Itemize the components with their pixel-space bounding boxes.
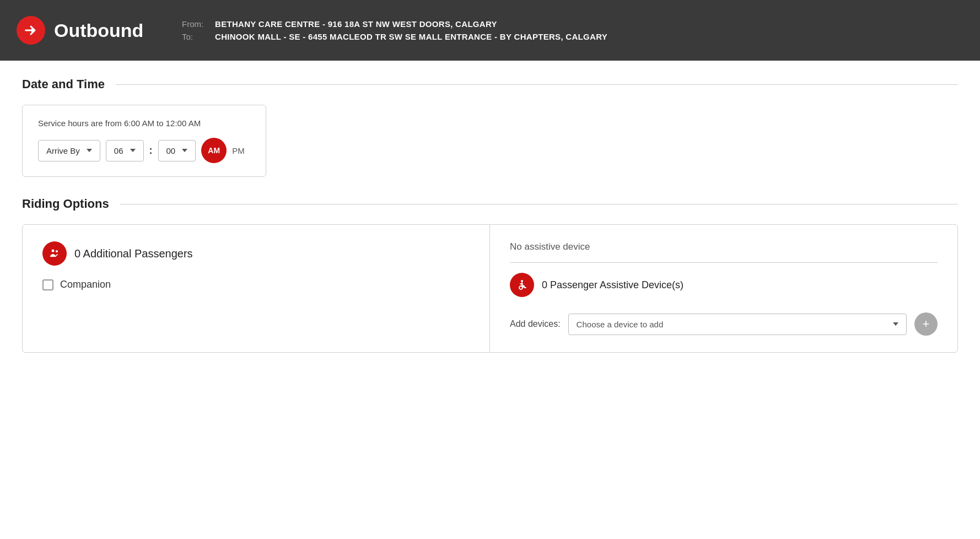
date-time-title: Date and Time bbox=[22, 77, 105, 91]
svg-point-0 bbox=[52, 250, 55, 252]
header-left: Outbound bbox=[17, 16, 160, 45]
assistive-device-icon bbox=[510, 273, 534, 297]
add-devices-row: Add devices: Choose a device to add + bbox=[510, 312, 938, 336]
am-pm-toggle: AM PM bbox=[201, 138, 250, 163]
device-placeholder: Choose a device to add bbox=[577, 320, 664, 329]
outbound-icon bbox=[17, 16, 45, 45]
to-label: To: bbox=[182, 32, 209, 41]
passengers-icon bbox=[42, 241, 67, 266]
to-value: CHINOOK MALL - SE - 6455 MACLEOD TR SW S… bbox=[215, 32, 607, 41]
to-route: To: CHINOOK MALL - SE - 6455 MACLEOD TR … bbox=[182, 32, 607, 41]
time-controls: Arrive By 06 : 00 AM PM bbox=[38, 138, 250, 163]
minute-chevron bbox=[182, 149, 187, 152]
riding-options-title: Riding Options bbox=[22, 197, 109, 211]
svg-point-1 bbox=[56, 250, 58, 252]
passengers-count-text: 0 Additional Passengers bbox=[74, 247, 193, 260]
date-time-divider bbox=[116, 84, 958, 85]
time-colon: : bbox=[149, 145, 153, 157]
from-label: From: bbox=[182, 19, 209, 29]
service-hours-text: Service hours are from 6:00 AM to 12:00 … bbox=[38, 118, 250, 128]
minute-value: 00 bbox=[166, 146, 176, 155]
from-route: From: BETHANY CARE CENTRE - 916 18A ST N… bbox=[182, 19, 607, 29]
main-content: Date and Time Service hours are from 6:0… bbox=[0, 61, 980, 539]
hour-value: 06 bbox=[114, 146, 123, 155]
pm-button[interactable]: PM bbox=[227, 146, 250, 155]
header: Outbound From: BETHANY CARE CENTRE - 916… bbox=[0, 0, 980, 61]
add-device-button[interactable]: + bbox=[914, 312, 938, 336]
arrive-by-chevron bbox=[87, 149, 92, 152]
from-value: BETHANY CARE CENTRE - 916 18A ST NW WEST… bbox=[215, 19, 497, 29]
arrive-by-label: Arrive By bbox=[46, 146, 80, 155]
outbound-title: Outbound bbox=[54, 20, 143, 41]
hour-select[interactable]: 06 bbox=[106, 140, 144, 161]
riding-right-panel: No assistive device 0 Passenger Assistiv… bbox=[490, 225, 957, 352]
header-routes: From: BETHANY CARE CENTRE - 916 18A ST N… bbox=[182, 19, 607, 41]
companion-row[interactable]: Companion bbox=[42, 279, 470, 290]
riding-options-divider bbox=[120, 204, 958, 204]
svg-point-2 bbox=[521, 280, 523, 282]
no-device-text: No assistive device bbox=[510, 241, 938, 263]
companion-checkbox[interactable] bbox=[42, 279, 53, 290]
assistive-devices-count: 0 Passenger Assistive Device(s) bbox=[542, 279, 683, 291]
svg-point-3 bbox=[519, 286, 523, 289]
device-dropdown[interactable]: Choose a device to add bbox=[568, 314, 907, 335]
date-time-section-header: Date and Time bbox=[22, 77, 958, 91]
device-chevron bbox=[893, 322, 898, 326]
riding-options-grid: 0 Additional Passengers Companion No ass… bbox=[22, 224, 958, 353]
minute-select[interactable]: 00 bbox=[158, 140, 196, 161]
hour-chevron bbox=[130, 149, 136, 152]
assistive-device-row: 0 Passenger Assistive Device(s) bbox=[510, 273, 938, 297]
riding-left-panel: 0 Additional Passengers Companion bbox=[23, 225, 490, 352]
passengers-row: 0 Additional Passengers bbox=[42, 241, 470, 266]
datetime-box: Service hours are from 6:00 AM to 12:00 … bbox=[22, 105, 266, 177]
arrive-by-select[interactable]: Arrive By bbox=[38, 140, 100, 161]
companion-label: Companion bbox=[60, 279, 111, 290]
riding-options-section-header: Riding Options bbox=[22, 197, 958, 211]
add-devices-label: Add devices: bbox=[510, 319, 561, 329]
am-button[interactable]: AM bbox=[201, 138, 227, 163]
